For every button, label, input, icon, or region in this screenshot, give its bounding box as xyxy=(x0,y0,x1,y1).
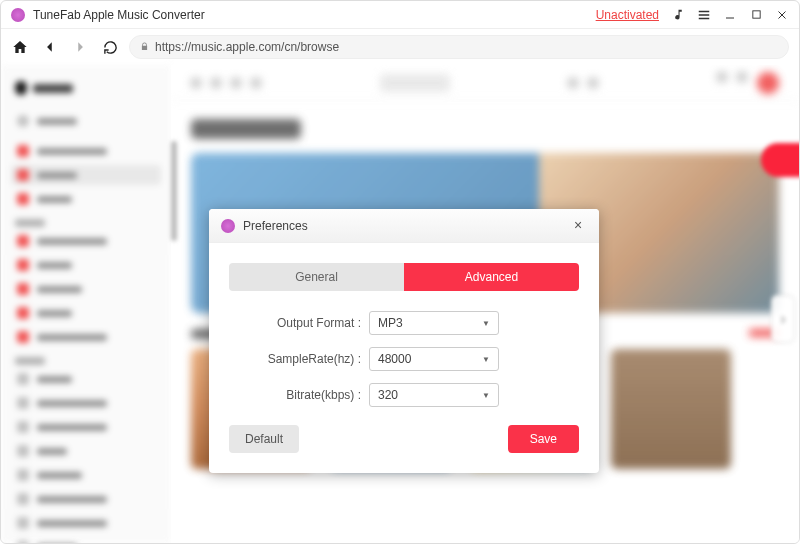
tab-advanced[interactable]: Advanced xyxy=(404,263,579,291)
carousel-next-icon[interactable]: › xyxy=(771,295,795,343)
music-note-icon[interactable] xyxy=(671,8,685,22)
maximize-icon[interactable] xyxy=(749,8,763,22)
back-icon[interactable] xyxy=(41,38,59,56)
app-title: TuneFab Apple Music Converter xyxy=(33,8,205,22)
sample-rate-label: SampleRate(hz) : xyxy=(229,352,369,366)
svg-rect-0 xyxy=(752,11,759,18)
bitrate-label: Bitrate(kbps) : xyxy=(229,388,369,402)
dialog-logo-icon xyxy=(221,219,235,233)
output-format-value: MP3 xyxy=(378,316,403,330)
close-icon[interactable] xyxy=(775,8,789,22)
forward-icon[interactable] xyxy=(71,38,89,56)
save-button[interactable]: Save xyxy=(508,425,579,453)
sidebar-scrollbar[interactable] xyxy=(171,141,177,241)
output-format-label: Output Format : xyxy=(229,316,369,330)
bitrate-select[interactable]: 320 ▼ xyxy=(369,383,499,407)
url-bar[interactable]: https://music.apple.com/cn/browse xyxy=(129,35,789,59)
sample-rate-select[interactable]: 48000 ▼ xyxy=(369,347,499,371)
url-text: https://music.apple.com/cn/browse xyxy=(155,40,339,54)
preferences-dialog: Preferences × General Advanced Output Fo… xyxy=(209,209,599,473)
chevron-down-icon: ▼ xyxy=(482,391,490,400)
floating-action-button[interactable] xyxy=(761,143,799,177)
bitrate-value: 320 xyxy=(378,388,398,402)
minimize-icon[interactable] xyxy=(723,8,737,22)
chevron-down-icon: ▼ xyxy=(482,355,490,364)
tab-general[interactable]: General xyxy=(229,263,404,291)
browser-toolbar: https://music.apple.com/cn/browse xyxy=(1,29,799,65)
dialog-title: Preferences xyxy=(243,219,308,233)
tab-bar: General Advanced xyxy=(229,263,579,291)
app-logo-icon xyxy=(11,8,25,22)
sidebar xyxy=(1,65,171,543)
default-button[interactable]: Default xyxy=(229,425,299,453)
refresh-icon[interactable] xyxy=(101,38,119,56)
output-format-select[interactable]: MP3 ▼ xyxy=(369,311,499,335)
menu-icon[interactable] xyxy=(697,8,711,22)
lock-icon xyxy=(140,42,149,53)
titlebar: TuneFab Apple Music Converter Unactivate… xyxy=(1,1,799,29)
dialog-close-button[interactable]: × xyxy=(569,217,587,235)
sample-rate-value: 48000 xyxy=(378,352,411,366)
dialog-header: Preferences × xyxy=(209,209,599,243)
chevron-down-icon: ▼ xyxy=(482,319,490,328)
home-icon[interactable] xyxy=(11,38,29,56)
unactivated-link[interactable]: Unactivated xyxy=(596,8,659,22)
